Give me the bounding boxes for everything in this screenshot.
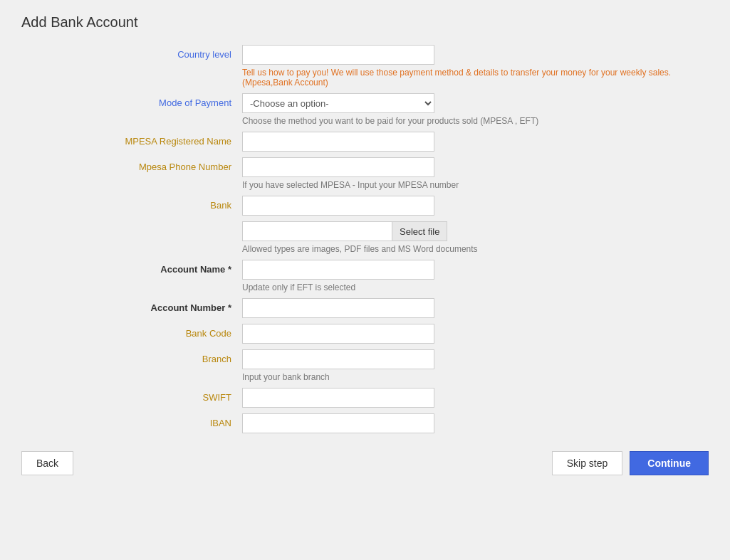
page-title: Add Bank Account: [21, 14, 709, 31]
account-number-row: Account Number *: [21, 298, 709, 318]
swift-field-wrap: [242, 388, 709, 408]
mode-of-payment-row: Mode of Payment -Choose an option- MPESA…: [21, 93, 709, 126]
mpesa-phone-row: Mpesa Phone Number If you have selected …: [21, 157, 709, 190]
branch-label: Branch: [21, 349, 242, 364]
iban-label: IBAN: [21, 413, 242, 428]
bank-label: Bank: [21, 196, 242, 211]
branch-input[interactable]: [242, 349, 434, 369]
country-level-input[interactable]: [242, 45, 434, 65]
continue-button[interactable]: Continue: [630, 451, 709, 475]
mpesa-name-field-wrap: [242, 132, 709, 152]
country-level-row: Country level Tell us how to pay you! We…: [21, 45, 709, 88]
country-level-label: Country level: [21, 45, 242, 60]
swift-row: SWIFT: [21, 388, 709, 408]
account-name-field-wrap: Update only if EFT is selected: [242, 260, 709, 292]
mpesa-phone-field-wrap: If you have selected MPESA - Input your …: [242, 157, 709, 190]
mode-of-payment-hint: Choose the method you want to be paid fo…: [242, 116, 705, 126]
account-number-label: Account Number *: [21, 298, 242, 313]
mpesa-name-row: MPESA Registered Name: [21, 132, 709, 152]
branch-field-wrap: Input your bank branch: [242, 349, 709, 382]
country-level-field-wrap: Tell us how to pay you! We will use thos…: [242, 45, 709, 88]
mpesa-name-input[interactable]: [242, 132, 434, 152]
account-number-input[interactable]: [242, 298, 434, 318]
iban-input[interactable]: [242, 413, 434, 433]
file-text-input[interactable]: [242, 221, 392, 241]
file-field-wrap: Select file Allowed types are images, PD…: [242, 221, 709, 254]
mode-of-payment-label: Mode of Payment: [21, 93, 242, 108]
file-select-button[interactable]: Select file: [392, 221, 447, 241]
branch-hint: Input your bank branch: [242, 372, 705, 382]
country-level-hint: Tell us how to pay you! We will use thos…: [242, 68, 705, 88]
footer-right-buttons: Skip step Continue: [552, 451, 709, 475]
mpesa-phone-hint: If you have selected MPESA - Input your …: [242, 180, 705, 190]
swift-input[interactable]: [242, 388, 434, 408]
file-hint: Allowed types are images, PDF files and …: [242, 244, 705, 254]
back-button[interactable]: Back: [21, 451, 73, 475]
bank-code-field-wrap: [242, 324, 709, 344]
account-name-row: Account Name * Update only if EFT is sel…: [21, 260, 709, 292]
account-name-label: Account Name *: [21, 260, 242, 275]
swift-label: SWIFT: [21, 388, 242, 403]
iban-row: IBAN: [21, 413, 709, 433]
account-name-input[interactable]: [242, 260, 434, 280]
mpesa-name-label: MPESA Registered Name: [21, 132, 242, 147]
file-label-spacer: [21, 221, 242, 226]
branch-row: Branch Input your bank branch: [21, 349, 709, 382]
mode-of-payment-select[interactable]: -Choose an option- MPESA EFT: [242, 93, 434, 113]
footer-bar: Back Skip step Continue: [21, 451, 709, 475]
account-name-hint: Update only if EFT is selected: [242, 282, 705, 292]
mpesa-phone-input[interactable]: [242, 157, 434, 177]
bank-code-label: Bank Code: [21, 324, 242, 339]
mpesa-phone-label: Mpesa Phone Number: [21, 157, 242, 172]
bank-account-form: Country level Tell us how to pay you! We…: [21, 45, 709, 433]
bank-input[interactable]: [242, 196, 434, 216]
account-number-field-wrap: [242, 298, 709, 318]
bank-field-wrap: [242, 196, 709, 216]
file-input-row: Select file: [242, 221, 709, 241]
bank-code-input[interactable]: [242, 324, 434, 344]
file-upload-row: Select file Allowed types are images, PD…: [21, 221, 709, 254]
mode-of-payment-field-wrap: -Choose an option- MPESA EFT Choose the …: [242, 93, 709, 126]
bank-code-row: Bank Code: [21, 324, 709, 344]
bank-row: Bank: [21, 196, 709, 216]
iban-field-wrap: [242, 413, 709, 433]
skip-step-button[interactable]: Skip step: [552, 451, 623, 475]
